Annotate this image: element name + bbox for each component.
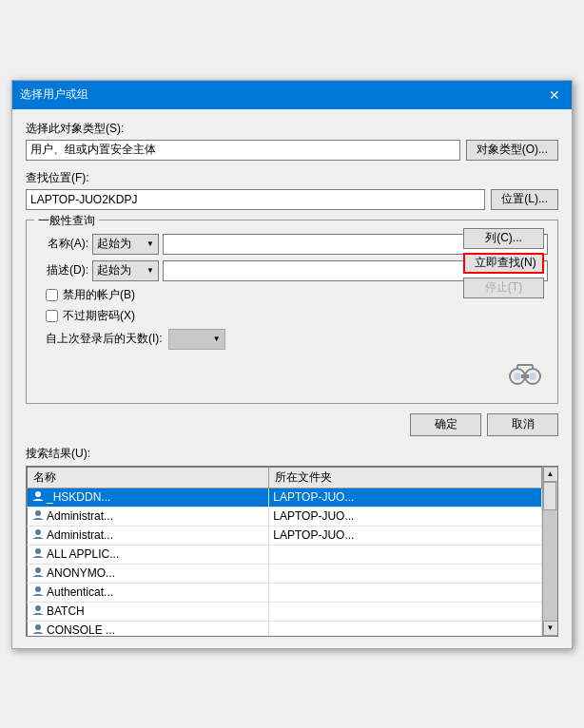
cancel-button[interactable]: 取消	[487, 413, 558, 436]
svg-point-22	[35, 624, 41, 630]
user-icon	[31, 585, 45, 599]
ok-button[interactable]: 确定	[410, 413, 481, 436]
results-body: _HSKDDN...LAPTOP-JUO... Administrat...LA…	[28, 488, 542, 637]
days-label: 自上次登录后的天数(I):	[46, 331, 163, 347]
object-type-row: 对象类型(O)...	[26, 140, 558, 161]
days-dropdown[interactable]: ▼	[168, 329, 225, 350]
search-now-button[interactable]: 立即查找(N)	[463, 253, 544, 274]
location-label: 查找位置(F):	[26, 170, 558, 186]
days-dropdown-arrow: ▼	[213, 335, 221, 343]
desc-label: 描述(D):	[36, 262, 88, 278]
no-expire-password-checkbox[interactable]	[46, 310, 58, 322]
object-type-button[interactable]: 对象类型(O)...	[466, 140, 558, 161]
object-type-label: 选择此对象类型(S):	[26, 121, 558, 137]
table-cell-name: ALL APPLIC...	[28, 545, 269, 564]
svg-rect-21	[31, 615, 45, 618]
table-cell-name: Authenticat...	[28, 583, 269, 602]
user-icon	[31, 509, 45, 523]
right-buttons: 列(C)... 立即查找(N) 停止(T)	[463, 228, 544, 298]
svg-rect-15	[31, 558, 45, 561]
svg-rect-11	[31, 520, 45, 523]
object-type-group: 选择此对象类型(S): 对象类型(O)...	[26, 121, 558, 161]
table-cell-name: BATCH	[28, 602, 269, 621]
table-row[interactable]: ALL APPLIC...	[28, 545, 542, 564]
table-cell-name: Administrat...	[28, 526, 269, 545]
svg-point-7	[529, 373, 536, 380]
svg-point-10	[35, 510, 41, 516]
location-group: 查找位置(F): 位置(L)...	[26, 170, 558, 210]
results-table-wrapper: 名称 所在文件夹 _HSKDDN...LAPTOP-JUO... Adminis…	[26, 466, 558, 637]
table-cell-folder	[269, 621, 542, 637]
scroll-track	[543, 482, 557, 621]
confirm-row: 确定 取消	[26, 413, 558, 436]
table-row[interactable]: Authenticat...	[28, 583, 542, 602]
dialog-title: 选择用户或组	[20, 86, 88, 103]
user-icon	[31, 490, 45, 504]
search-icon-area	[36, 355, 548, 393]
user-icon	[31, 566, 45, 580]
disabled-account-checkbox[interactable]	[46, 289, 58, 301]
name-dropdown-arrow: ▼	[146, 239, 154, 248]
table-cell-folder	[269, 564, 542, 583]
table-row[interactable]: _HSKDDN...LAPTOP-JUO...	[28, 488, 542, 507]
svg-rect-23	[31, 634, 45, 636]
table-row[interactable]: Administrat...LAPTOP-JUO...	[28, 526, 542, 545]
name-label: 名称(A):	[36, 236, 88, 252]
table-cell-folder	[269, 583, 542, 602]
table-cell-folder	[269, 602, 542, 621]
no-expire-password-label: 不过期密码(X)	[63, 308, 135, 324]
scroll-thumb[interactable]	[543, 482, 556, 510]
table-cell-folder: LAPTOP-JUO...	[269, 507, 542, 526]
svg-rect-17	[31, 577, 45, 580]
user-icon	[31, 623, 45, 636]
user-icon	[31, 547, 45, 561]
location-button[interactable]: 位置(L)...	[491, 189, 558, 210]
table-cell-name: CONSOLE ...	[28, 621, 269, 637]
svg-point-6	[514, 373, 521, 380]
col-name-header: 名称	[28, 467, 269, 488]
table-row[interactable]: Administrat...LAPTOP-JUO...	[28, 507, 542, 526]
table-cell-name: _HSKDDN...	[28, 488, 269, 507]
object-type-input[interactable]	[26, 140, 460, 161]
table-row[interactable]: ANONYMO...	[28, 564, 542, 583]
svg-rect-9	[31, 501, 45, 504]
user-icon	[31, 528, 45, 542]
scroll-down-arrow[interactable]: ▼	[543, 621, 558, 636]
dialog-body: 选择此对象类型(S): 对象类型(O)... 查找位置(F): 位置(L)...…	[12, 109, 572, 648]
table-cell-folder	[269, 545, 542, 564]
name-dropdown[interactable]: 起始为 ▼	[92, 234, 159, 255]
search-decorative-icon	[506, 355, 544, 393]
close-button[interactable]: ✕	[545, 86, 564, 105]
col-button[interactable]: 列(C)...	[463, 228, 544, 249]
table-header: 名称 所在文件夹	[28, 467, 542, 488]
table-cell-folder: LAPTOP-JUO...	[269, 488, 542, 507]
svg-point-12	[35, 529, 41, 535]
svg-rect-13	[31, 539, 45, 542]
svg-rect-2	[521, 374, 529, 378]
general-query-group: 一般性查询 名称(A): 起始为 ▼ 描述(D): 起始为 ▼	[26, 220, 558, 404]
group-legend: 一般性查询	[34, 213, 99, 229]
checkbox2-row: 不过期密码(X)	[46, 308, 548, 324]
desc-dropdown-arrow: ▼	[146, 266, 154, 275]
svg-point-16	[35, 567, 41, 573]
location-input[interactable]	[26, 189, 485, 210]
svg-point-20	[35, 605, 41, 611]
table-row[interactable]: CONSOLE ...	[28, 621, 542, 637]
days-row: 自上次登录后的天数(I): ▼	[46, 329, 548, 350]
results-label: 搜索结果(U):	[26, 446, 558, 462]
results-table: 名称 所在文件夹 _HSKDDN...LAPTOP-JUO... Adminis…	[27, 467, 542, 637]
scrollbar[interactable]: ▲ ▼	[542, 467, 557, 636]
table-cell-name: Administrat...	[28, 507, 269, 526]
user-icon	[31, 604, 45, 618]
table-cell-name: ANONYMO...	[28, 564, 269, 583]
disabled-account-label: 禁用的帐户(B)	[63, 287, 135, 303]
desc-dropdown[interactable]: 起始为 ▼	[92, 260, 159, 281]
dialog-window: 选择用户或组 ✕ 选择此对象类型(S): 对象类型(O)... 查找位置(F):…	[11, 80, 573, 649]
table-row[interactable]: BATCH	[28, 602, 542, 621]
svg-point-14	[35, 548, 41, 554]
desc-dropdown-text: 起始为	[97, 262, 131, 278]
scroll-up-arrow[interactable]: ▲	[543, 467, 558, 482]
title-bar: 选择用户或组 ✕	[12, 81, 572, 109]
stop-button[interactable]: 停止(T)	[463, 278, 544, 298]
svg-rect-19	[31, 596, 45, 599]
